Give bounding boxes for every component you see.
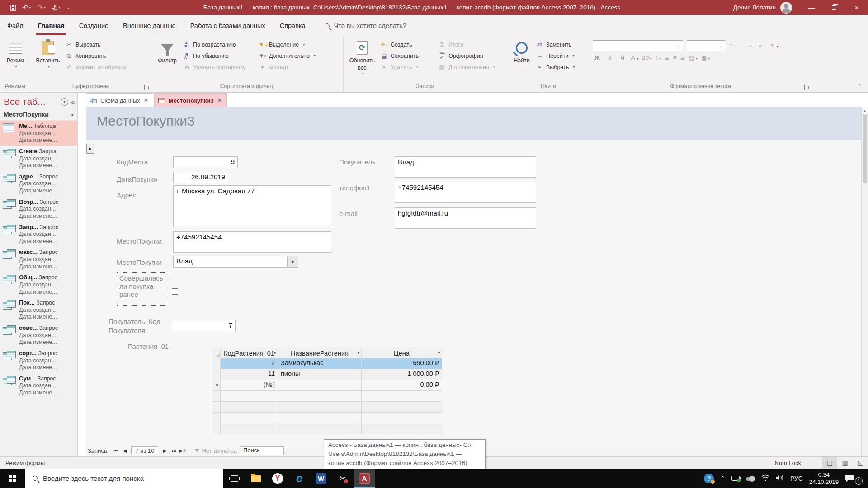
paragraph-direction-icon[interactable]: ¶ ▾ (770, 42, 778, 49)
task-view-button[interactable] (223, 469, 245, 488)
design-view-button[interactable]: ◺ (853, 457, 868, 469)
goto-button[interactable]: →Перейти▾ (533, 50, 577, 61)
table-row[interactable]: 2 Замиокулькас 650,00 ₽ (213, 358, 442, 369)
email-input[interactable]: hgfgfdtr@mail.ru (395, 207, 536, 229)
row-selector[interactable] (213, 369, 221, 380)
italic-button[interactable]: К (605, 54, 614, 61)
more-records-button[interactable]: ▦Дополнительно▾ (436, 61, 497, 73)
mesto-pokupki-phone-input[interactable]: +74592145454 (173, 231, 331, 253)
align-right-icon[interactable]: ≣ (680, 54, 685, 61)
column-header[interactable]: НазваниеРастения▾ (278, 348, 362, 358)
nav-item-query[interactable]: Запр... Запрос Дата создан... Дата измен… (0, 222, 77, 247)
access-button[interactable]: A (354, 469, 375, 488)
doc-tab-relationships[interactable]: Схема данных ✕ (86, 93, 153, 107)
restore-button[interactable] (823, 0, 845, 15)
delete-record-button[interactable]: ✕Удалить▾ (378, 61, 436, 73)
touch-mode-icon[interactable]: ▾ (52, 5, 60, 11)
tab-help[interactable]: Справка (273, 15, 313, 37)
filter-button[interactable]: Фильтр (154, 38, 180, 83)
previous-record-icon[interactable]: ◀ (120, 448, 129, 453)
adres-input[interactable]: г. Москва ул. Садовая 77 (173, 185, 331, 227)
sort-descending-button[interactable]: ЯА↓По убыванию (180, 50, 256, 61)
nav-item-table[interactable]: Ме... Таблица Дата создан... Дата измене… (0, 121, 77, 146)
table-row[interactable]: 11 пионы 1 000,00 ₽ (213, 369, 442, 380)
tell-me-search[interactable]: Что вы хотите сделать? (325, 22, 406, 29)
mesto-pokupki-combo[interactable]: Влад ▼ (173, 256, 298, 268)
clear-sort-button[interactable]: А̸Удалить сортировку (180, 61, 256, 73)
select-button[interactable]: ➢Выбрать▾ (533, 61, 577, 73)
spelling-button[interactable]: ABC✓Орфография (436, 50, 497, 61)
totals-button[interactable]: ΣИтоги (436, 39, 497, 50)
font-size-combo[interactable]: ⌄ (687, 40, 725, 51)
column-filter-icon[interactable]: ▾ (358, 351, 359, 355)
battery-icon[interactable] (731, 476, 740, 481)
toggle-filter-button[interactable]: ▼Фильтр (256, 61, 318, 73)
bold-button[interactable]: Ж (593, 54, 602, 61)
yandex-browser-button[interactable]: Y (267, 469, 288, 488)
close-button[interactable]: × (845, 0, 868, 15)
onedrive-icon[interactable] (746, 476, 755, 481)
minimize-button[interactable]: — (800, 0, 823, 15)
nav-pane-shutter-icon[interactable]: « (71, 98, 75, 106)
file-explorer-button[interactable] (245, 469, 267, 488)
nav-item-query[interactable]: Create Запрос Дата создан... Дата измене… (0, 146, 77, 171)
pokupatel-kod-input[interactable]: 7 (172, 320, 236, 332)
start-button[interactable] (0, 469, 25, 488)
account-name[interactable]: Денис Лопатин (733, 4, 776, 11)
underline-button[interactable]: Ч (618, 54, 627, 61)
collapse-ribbon-icon[interactable]: ⌃ (858, 84, 862, 89)
avatar[interactable] (780, 2, 792, 14)
record-search-input[interactable]: Поиск (241, 446, 284, 455)
nav-item-query[interactable]: Общ... Запрос Дата создан... Дата измене… (0, 272, 77, 297)
select-all-corner[interactable] (213, 348, 221, 358)
undo-icon[interactable]: ↶▾ (23, 4, 31, 11)
save-icon[interactable] (10, 5, 16, 11)
telefon1-input[interactable]: +74592145454 (395, 182, 536, 203)
gridlines-icon[interactable]: ▨▾ (689, 54, 698, 61)
nav-item-query[interactable]: адре... Запрос Дата создан... Дата измен… (0, 171, 77, 197)
data-pokupki-input[interactable]: 26.09.2019 (173, 172, 228, 183)
tab-home[interactable]: Главная (31, 15, 72, 37)
format-painter-button[interactable]: ✐Формат по образцу (63, 61, 128, 73)
wifi-icon[interactable] (761, 474, 769, 483)
text-formatting-dialog-launcher[interactable] (804, 85, 810, 90)
clipboard-dialog-launcher[interactable] (144, 85, 150, 90)
tab-file[interactable]: Файл (0, 15, 31, 37)
kod-mesta-input[interactable]: 9 (173, 156, 238, 168)
find-button[interactable]: Найти (510, 38, 533, 83)
row-selector[interactable] (213, 358, 221, 369)
close-tab-icon[interactable]: ✕ (144, 97, 148, 103)
nav-item-query[interactable]: сове... Запрос Дата создан... Дата измен… (0, 323, 77, 348)
paste-button[interactable]: Вставить▾ (33, 38, 63, 83)
nav-pane-menu-icon[interactable]: ▾ (61, 98, 68, 106)
form-scrollbar[interactable]: ▲ (861, 107, 868, 456)
table-row-new[interactable]: ✳ (№) 0,00 ₽ (213, 380, 442, 391)
word-button[interactable]: W (310, 469, 332, 488)
replace-button[interactable]: abЗаменить (533, 39, 577, 50)
edge-button[interactable]: e (288, 469, 310, 488)
fill-color-icon[interactable]: ⬨▾ (656, 54, 661, 61)
hidden-icons-chevron[interactable]: ⌃ (720, 475, 725, 482)
new-record-icon[interactable]: ✳ (213, 380, 221, 391)
record-selector-arrow[interactable]: ▶ (86, 144, 94, 154)
highlight-color-icon[interactable]: ab̸▾ (642, 54, 651, 61)
tab-create[interactable]: Создание (72, 15, 116, 37)
column-filter-icon[interactable]: ▾ (274, 351, 276, 355)
view-button[interactable]: Режим▾ (3, 38, 28, 83)
sort-ascending-button[interactable]: АЯ↓По возрастанию (180, 39, 256, 50)
notification-center-icon[interactable] (845, 475, 854, 482)
scrollbar-thumb[interactable] (863, 115, 867, 183)
doc-tab-form[interactable]: МестоПокупки3 ✕ (154, 93, 227, 107)
datasheet-view-button[interactable]: ▦ (837, 457, 853, 469)
nav-item-query[interactable]: Сум... Запрос Дата создан... Дата измене… (0, 373, 77, 399)
tab-database-tools[interactable]: Работа с базами данных (183, 15, 273, 37)
nav-pane-title[interactable]: Все таб... (4, 96, 61, 107)
advanced-filter-button[interactable]: ▼▫Дополнительно▾ (256, 50, 318, 61)
alternate-row-color-icon[interactable]: ▦▾ (701, 54, 710, 61)
column-header[interactable]: КодРастения_01▾ (221, 348, 278, 358)
clock[interactable]: 0:34 24.10.2019 (809, 471, 839, 486)
redo-icon[interactable]: ↷▾ (38, 4, 46, 11)
align-center-icon[interactable]: ≡ (673, 54, 677, 61)
combo-dropdown-icon[interactable]: ▼ (287, 256, 298, 267)
cut-button[interactable]: ✂Вырезать (63, 39, 128, 50)
